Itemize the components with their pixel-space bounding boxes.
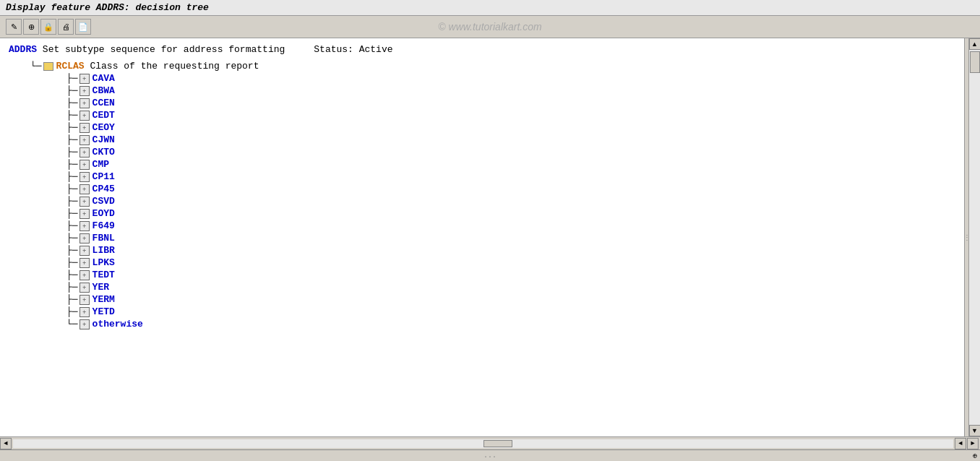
scroll-down-button[interactable]: ▼ [969, 425, 981, 436]
connector-libr: ├─ [66, 245, 78, 256]
tree-node-cava[interactable]: ├─+CAVA [66, 73, 955, 84]
node-label-cbwa: CBWA [93, 85, 115, 96]
node-label-f649: F649 [93, 220, 115, 231]
node-label-cp11: CP11 [93, 171, 115, 182]
connector-ckto: ├─ [66, 147, 78, 158]
node-label-otherwise: otherwise [93, 319, 143, 329]
connector-fbnl: ├─ [66, 233, 78, 244]
right-scrollbar: ▲ ▼ [968, 38, 980, 436]
node-label-eoyd: EOYD [93, 208, 115, 219]
expand-icon-cjwn: + [79, 135, 90, 145]
tree-node-tedt[interactable]: ├─+TEDT [66, 270, 955, 280]
node-label-csvd: CSVD [93, 196, 115, 207]
connector-f649: ├─ [66, 220, 78, 231]
toolbar-btn-edit[interactable]: ✎ [6, 19, 22, 35]
expand-icon-ckto: + [79, 147, 90, 158]
status-right-icon: ⊕ [973, 452, 977, 460]
feature-name: ADDRS [9, 44, 37, 55]
connector-eoyd: ├─ [66, 208, 78, 219]
scroll-up-button[interactable]: ▲ [969, 38, 981, 50]
node-label-yerm: YERM [93, 294, 115, 305]
expand-icon-ccen: + [79, 98, 90, 108]
connector-ceoy: ├─ [66, 122, 78, 133]
node-label-cp45: CP45 [93, 184, 115, 194]
scroll-thumb-vertical[interactable] [970, 51, 980, 73]
tree-node-cp11[interactable]: ├─+CP11 [66, 171, 955, 182]
tree-node-ccen[interactable]: ├─+CCEN [66, 98, 955, 108]
status-container: Status: Active [314, 44, 392, 55]
expand-icon-f649: + [79, 221, 90, 231]
tree-node-cjwn[interactable]: ├─+CJWN [66, 134, 955, 145]
expand-icon-cedt: + [79, 111, 90, 121]
scroll-right-btn1[interactable]: ◄ [955, 438, 966, 449]
node-label-cjwn: CJWN [93, 134, 115, 145]
connector-cjwn: ├─ [66, 134, 78, 145]
status-bar: ... ⊕ [0, 449, 980, 461]
node-label-ckto: CKTO [93, 147, 115, 158]
tree-node-cp45[interactable]: ├─+CP45 [66, 184, 955, 194]
tree-node-cmp[interactable]: ├─+CMP [66, 159, 955, 170]
node-label-cedt: CEDT [93, 110, 115, 121]
tree-node-otherwise[interactable]: └─+otherwise [66, 319, 955, 329]
node-label-lpks: LPKS [93, 257, 115, 268]
tree-node-ceoy[interactable]: ├─+CEOY [66, 122, 955, 133]
status-center-text: ... [483, 452, 497, 460]
toolbar-btn-search[interactable]: ⊕ [23, 19, 39, 35]
connector-yer: ├─ [66, 282, 78, 293]
node-label-cmp: CMP [93, 159, 109, 170]
scroll-right-btn2[interactable]: ► [967, 438, 979, 449]
expand-icon-libr: + [79, 246, 90, 256]
node-label-ceoy: CEOY [93, 122, 115, 133]
scroll-left-button[interactable]: ◄ [0, 438, 12, 449]
tree-node-cedt[interactable]: ├─+CEDT [66, 110, 955, 121]
toolbar-btn-print[interactable]: 🖨 [58, 19, 74, 35]
expand-icon-ceoy: + [79, 123, 90, 133]
tree-node-libr[interactable]: ├─+LIBR [66, 245, 955, 256]
connector-tedt: ├─ [66, 270, 78, 280]
tree-node-eoyd[interactable]: ├─+EOYD [66, 208, 955, 219]
rclas-description: Class of the requesting report [85, 61, 259, 72]
tree-node-yer[interactable]: ├─+YER [66, 282, 955, 293]
connector-ccen: ├─ [66, 98, 78, 108]
connector-lpks: ├─ [66, 257, 78, 268]
expand-icon-eoyd: + [79, 209, 90, 219]
connector-cbwa: ├─ [66, 85, 78, 96]
connector-cp11: ├─ [66, 171, 78, 182]
expand-icon-cmp: + [79, 160, 90, 170]
tree-children: ├─+CAVA├─+CBWA├─+CCEN├─+CEDT├─+CEOY├─+CJ… [16, 73, 955, 329]
tree-node-rclas[interactable]: └─ RCLAS Class of the requesting report [30, 61, 955, 72]
expand-icon-otherwise: + [79, 319, 90, 329]
toolbar-btn-doc[interactable]: 📄 [75, 19, 91, 35]
tree-node-cbwa[interactable]: ├─+CBWA [66, 85, 955, 96]
tree-node-yetd[interactable]: ├─+YETD [66, 306, 955, 317]
expand-icon-yer: + [79, 283, 90, 293]
expand-icon-cp11: + [79, 172, 90, 182]
expand-icon-csvd: + [79, 197, 90, 207]
expand-icon-lpks: + [79, 258, 90, 268]
status-text: Status: Active [314, 44, 392, 55]
tree-node-csvd[interactable]: ├─+CSVD [66, 196, 955, 207]
node-label-libr: LIBR [93, 245, 115, 256]
rclas-label: RCLAS [56, 61, 85, 72]
connector-cmp: ├─ [66, 159, 78, 170]
tree-node-yerm[interactable]: ├─+YERM [66, 294, 955, 305]
expand-icon-cp45: + [79, 184, 90, 194]
node-label-tedt: TEDT [93, 270, 115, 280]
tree-container: └─ RCLAS Class of the requesting report … [9, 61, 955, 329]
connector-yetd: ├─ [66, 306, 78, 317]
tree-node-ckto[interactable]: ├─+CKTO [66, 147, 955, 158]
feature-desc-text: Set subtype sequence for address formatt… [43, 44, 285, 55]
main-wrapper: ADDRS Set subtype sequence for address f… [0, 38, 980, 436]
folder-icon-rclas [43, 62, 53, 71]
expand-icon-yerm: + [79, 295, 90, 305]
scroll-track-horizontal [13, 439, 953, 448]
toolbar: ✎ ⊕ 🔒 🖨 📄 © www.tutorialkart.com [0, 16, 980, 38]
expand-icon-fbnl: + [79, 233, 90, 244]
tree-node-fbnl[interactable]: ├─+FBNL [66, 233, 955, 244]
tree-node-f649[interactable]: ├─+F649 [66, 220, 955, 231]
tree-node-lpks[interactable]: ├─+LPKS [66, 257, 955, 268]
scroll-thumb-horizontal[interactable] [483, 440, 512, 447]
watermark: © www.tutorialkart.com [438, 21, 541, 33]
toolbar-btn-lock[interactable]: 🔒 [40, 19, 56, 35]
scroll-track-vertical [969, 50, 981, 425]
